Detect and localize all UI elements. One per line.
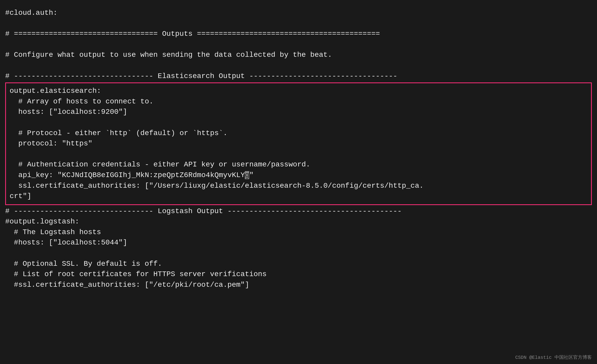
ssl-cert-auth-logstash: #ssl.certificate_authorities: ["/etc/pki… bbox=[5, 280, 592, 290]
highlighted-block: output.elasticsearch: # Array of hosts t… bbox=[5, 82, 592, 205]
logstash-separator: # -------------------------------- Logst… bbox=[5, 206, 592, 217]
root-certs-comment: # List of root certificates for HTTPS se… bbox=[5, 269, 592, 280]
elasticsearch-separator: # -------------------------------- Elast… bbox=[5, 71, 592, 82]
protocol-comment: # Protocol - either `http` (default) or … bbox=[10, 128, 587, 139]
output-logstash-line: #output.logstash: bbox=[5, 216, 592, 227]
ssl-optional-comment: # Optional SSL. By default is off. bbox=[5, 259, 592, 269]
logstash-hosts-comment: # The Logstash hosts bbox=[5, 227, 592, 238]
watermark: CSDN @Elastic 中国社区官方博客 bbox=[515, 354, 592, 361]
ssl-cert-line: ssl.certificate_authorities: ["/Users/li… bbox=[10, 181, 587, 191]
api-key-line: api_key: "KCJNdIQB8eIGGIhj_MkN:zpeQptZ6R… bbox=[10, 170, 587, 181]
hosts-line: hosts: ["localhost:9200"] bbox=[10, 107, 587, 117]
output-es-key: output.elasticsearch: bbox=[10, 86, 587, 96]
array-comment: # Array of hosts to connect to. bbox=[10, 96, 587, 107]
outputs-separator: # ================================= Outp… bbox=[5, 29, 592, 39]
configure-comment: # Configure what output to use when send… bbox=[5, 50, 592, 60]
ssl-cert-line2: crt"] bbox=[10, 191, 587, 202]
auth-comment: # Authentication credentials - either AP… bbox=[10, 159, 587, 170]
cloud-auth-line: #cloud.auth: bbox=[5, 8, 592, 18]
logstash-hosts-line: #hosts: ["localhost:5044"] bbox=[5, 237, 592, 248]
protocol-line: protocol: "https" bbox=[10, 138, 587, 149]
terminal-content: #cloud.auth: # =========================… bbox=[5, 8, 592, 290]
